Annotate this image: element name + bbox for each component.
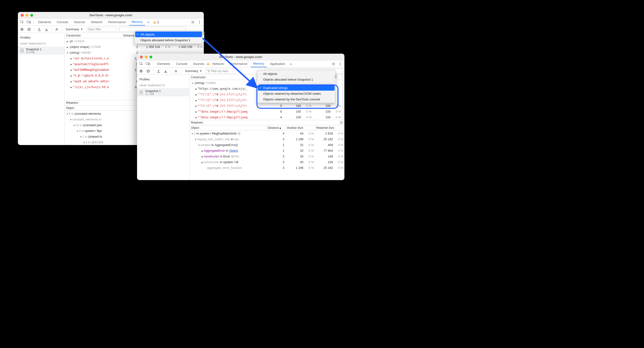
window-title: DevTools - www.google.com/ (18, 13, 204, 17)
retainers-table-header: Object Distance▲ Shallow Size Retained S… (190, 125, 344, 131)
col-distance-sort[interactable]: Distance▲ (266, 125, 285, 130)
tab-performance[interactable]: Performance (227, 60, 250, 67)
svg-point-8 (199, 23, 200, 24)
table-row[interactable]: ▼1 in system / RegExpMatchInfo @4440 %2 … (190, 131, 344, 136)
retainers-header: Retainers (190, 120, 344, 125)
tab-memory[interactable]: Memory (129, 19, 145, 26)
warning-triangle-icon (206, 62, 210, 65)
popover-scrollbar[interactable] (335, 75, 337, 86)
svg-rect-16 (149, 63, 150, 65)
filter-opt-devtools-console[interactable]: Objects retained by the DevTools console (258, 96, 335, 102)
clear-button[interactable] (146, 69, 151, 74)
view-summary-dropdown[interactable]: Summary ▼ (64, 27, 84, 32)
snapshot-item[interactable]: Snapshot 1 15.8 MB (18, 47, 64, 55)
warnings-indicator[interactable]: 2 (152, 19, 160, 26)
svg-point-10 (22, 29, 23, 30)
class-filter-input[interactable]: Class filter (86, 27, 117, 32)
more-tabs-button[interactable]: » (288, 60, 293, 67)
filter-opt-all-objects[interactable]: All objects (135, 32, 202, 37)
svg-rect-0 (21, 21, 23, 23)
view-summary-dropdown[interactable]: Summary ▼ (184, 69, 204, 74)
tab-elements[interactable]: Elements (155, 60, 172, 67)
table-row[interactable]: ▶constructor in system / M3400 %1040 % (190, 159, 344, 165)
table-row[interactable]: ▶"^data:image\/(?:bmp|gif|jpeg41000 %100… (190, 114, 342, 120)
download-icon[interactable] (44, 27, 49, 32)
settings-gear-icon[interactable] (190, 19, 196, 26)
record-button[interactable] (138, 69, 144, 74)
heap-snapshots-heading: HEAP SNAPSHOTS (18, 41, 64, 47)
col-constructor[interactable]: Constructor (64, 33, 122, 38)
svg-rect-1 (27, 21, 29, 23)
filter-opt-duplicated-strings[interactable]: Duplicated strings (258, 85, 335, 91)
vertical-scrollbar[interactable] (342, 75, 344, 120)
titlebar: DevTools - www.google.com/ (137, 54, 344, 60)
filter-opt-before-snapshot-1[interactable]: Objects allocated before Snapshot 1 (258, 77, 335, 82)
tab-performance[interactable]: Performance (106, 19, 128, 26)
svg-point-20 (340, 62, 340, 63)
upload-icon[interactable] (37, 27, 42, 32)
panel-tabbar: Elements Console Sources Network Perform… (18, 19, 204, 26)
tab-sources[interactable]: Sources (72, 19, 88, 26)
tab-console[interactable]: Console (54, 19, 70, 26)
table-row[interactable]: ▶ (object shape) ×2700821 359 1049 %1 40… (64, 44, 204, 50)
device-toggle-icon[interactable] (26, 19, 32, 26)
gc-icon[interactable] (173, 69, 178, 74)
svg-point-6 (199, 21, 200, 21)
filter-opt-before-snapshot-1[interactable]: Objects allocated before Snapshot 1 (135, 37, 202, 43)
device-toggle-icon[interactable] (145, 60, 151, 67)
svg-rect-4 (155, 23, 155, 23)
svg-rect-15 (146, 63, 148, 64)
table-row[interactable]: ▼regexp_last_match_info in sys31 1960 %2… (190, 136, 344, 142)
heap-snapshots-heading: HEAP SNAPSHOTS (137, 83, 189, 88)
tab-network[interactable]: Network (89, 19, 105, 26)
tab-elements[interactable]: Elements (36, 19, 54, 26)
svg-rect-3 (155, 22, 155, 23)
col-object[interactable]: Object (190, 125, 266, 130)
inspect-icon[interactable] (138, 60, 144, 67)
more-tabs-button[interactable]: » (146, 19, 151, 26)
profiles-sidebar: Profiles HEAP SNAPSHOTS Snapshot 1 15.8 … (18, 33, 64, 145)
retainers-rows: ▼1 in system / RegExpMatchInfo @4440 %2 … (190, 131, 344, 180)
table-row[interactable]: aggregate_error_function31 1960 %25 1920… (190, 165, 344, 171)
record-button[interactable] (19, 27, 24, 32)
tab-memory[interactable]: Memory (251, 60, 267, 67)
table-row[interactable]: ▶"^(?:([^:/?#.]+):)?(?:\/\/(?:51800 %180… (190, 103, 342, 109)
profiles-heading: Profiles (137, 76, 189, 83)
table-row[interactable]: ▼context in AggregateError()2320 %4080 % (190, 142, 344, 148)
profiles-sidebar: Profiles HEAP SNAPSHOTS Snapshot 1 11.7 … (137, 75, 190, 180)
tab-application[interactable]: Application (268, 60, 288, 67)
caret-down-icon: ▼ (200, 70, 202, 72)
svg-point-19 (333, 64, 334, 64)
svg-point-24 (140, 70, 142, 72)
table-row[interactable]: ▶AggregateError in Object1200 %77 9041 % (190, 148, 344, 153)
col-retained[interactable]: Retained Size (315, 125, 344, 130)
col-shallow[interactable]: Shallow Size (285, 125, 315, 130)
download-icon[interactable] (163, 69, 168, 74)
gc-icon[interactable] (54, 27, 59, 32)
menu-lines-icon[interactable] (340, 121, 343, 124)
snapshot-item[interactable]: Snapshot 1 11.7 MB (137, 88, 189, 96)
col-constructor[interactable]: Constructor (190, 75, 264, 80)
tab-network[interactable]: Network (208, 60, 226, 67)
object-filter-menu-1: All objects Objects allocated before Sna… (134, 31, 203, 44)
clear-button[interactable] (26, 27, 32, 32)
settings-gear-icon[interactable] (330, 60, 336, 67)
class-filter-input[interactable]: Filter by class (206, 69, 241, 74)
tab-console[interactable]: Console (174, 60, 190, 67)
table-row[interactable]: ▶constructor in Error @5413280 %1480 % (190, 153, 344, 159)
inspect-icon[interactable] (19, 19, 25, 26)
svg-point-7 (199, 22, 200, 23)
table-row[interactable]: ▶"^data:image\/(?:bmp|gif|jpeg61000 %100… (190, 109, 342, 114)
upload-icon[interactable] (156, 69, 161, 74)
popover-scrollbar[interactable] (202, 31, 204, 42)
svg-rect-17 (208, 63, 208, 64)
kebab-menu-icon[interactable] (337, 60, 343, 67)
filter-opt-detached-dom[interactable]: Objects retained by detached DOM nodes (258, 91, 335, 96)
svg-line-12 (28, 28, 30, 30)
svg-rect-14 (140, 62, 142, 64)
svg-line-26 (147, 70, 149, 72)
filter-opt-all-objects[interactable]: All objects (258, 71, 335, 77)
tab-sources[interactable]: Sources (191, 60, 207, 67)
object-filter-menu-2: All objects Objects allocated before Sna… (257, 70, 336, 103)
kebab-menu-icon[interactable] (197, 19, 202, 26)
